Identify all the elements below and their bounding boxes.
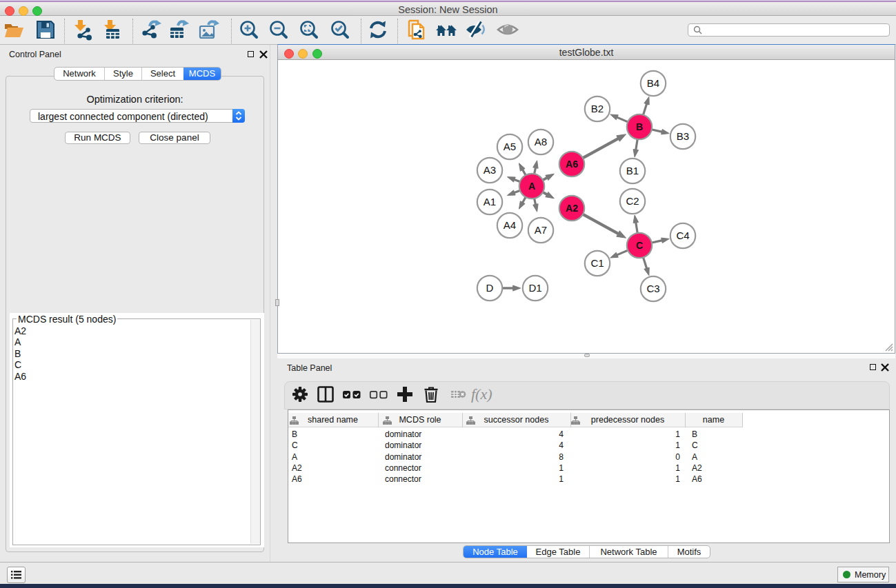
svg-text:A5: A5 <box>504 141 516 152</box>
svg-text:A7: A7 <box>535 224 547 236</box>
svg-text:C4: C4 <box>676 230 689 241</box>
svg-text:B3: B3 <box>677 130 689 142</box>
svg-text:D: D <box>486 282 494 294</box>
svg-text:B: B <box>636 121 643 132</box>
svg-text:D1: D1 <box>528 282 541 294</box>
svg-text:A8: A8 <box>535 136 547 148</box>
svg-text:B1: B1 <box>626 165 639 176</box>
svg-text:B4: B4 <box>647 77 659 89</box>
svg-text:A6: A6 <box>566 159 578 170</box>
svg-text:A: A <box>528 181 535 192</box>
svg-text:A4: A4 <box>504 219 516 231</box>
svg-text:C2: C2 <box>626 195 639 207</box>
svg-text:C: C <box>636 240 643 251</box>
svg-text:A2: A2 <box>566 203 578 214</box>
svg-text:C3: C3 <box>646 283 659 294</box>
svg-text:C1: C1 <box>590 257 604 269</box>
svg-text:A3: A3 <box>484 164 496 176</box>
svg-text:B2: B2 <box>591 103 604 114</box>
svg-text:A1: A1 <box>484 196 496 207</box>
